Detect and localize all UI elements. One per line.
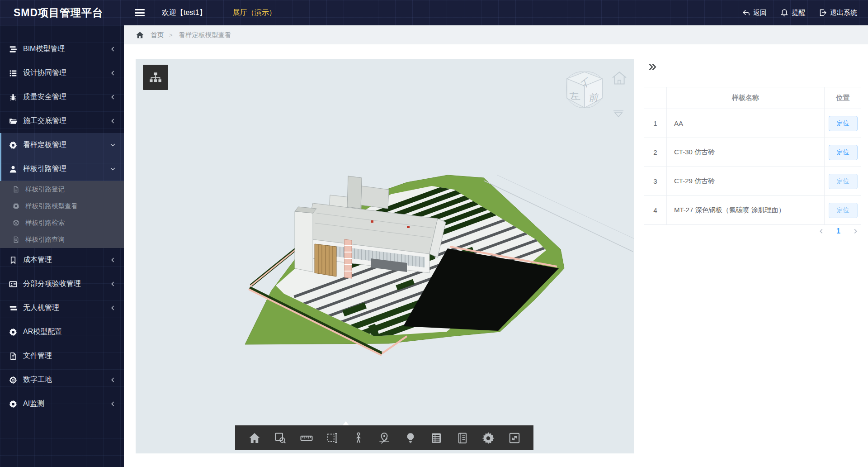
home-icon[interactable] <box>136 31 144 39</box>
home-view-icon[interactable] <box>610 69 628 87</box>
fullscreen-icon[interactable] <box>508 431 521 445</box>
model-tree-button[interactable] <box>143 65 168 90</box>
locate-button[interactable]: 定位 <box>829 174 858 189</box>
table-row: 4 MT-27 深色钢板（氟碳喷 涂肌理面） 定位 <box>644 196 861 225</box>
sample-name: MT-27 深色钢板（氟碳喷 涂肌理面） <box>667 196 825 224</box>
person-icon[interactable] <box>352 431 365 445</box>
sidebar-item-label: 数字工地 <box>23 375 110 385</box>
breadcrumb: 首页 > 看样定板模型查看 <box>124 25 868 44</box>
viewer-toolbar <box>235 425 533 450</box>
submenu-item-model-view[interactable]: 样板引路模型查看 <box>0 198 124 214</box>
breadcrumb-current: 看样定板模型查看 <box>179 31 231 39</box>
sitemap-icon <box>149 71 162 84</box>
sidebar-item-label: 质量安全管理 <box>23 92 110 102</box>
sidebar-item-label: 分部分项验收管理 <box>23 279 110 289</box>
logout-icon <box>819 9 827 17</box>
project-name[interactable]: 展厅（演示） <box>233 8 276 18</box>
sidebar-item-sample-guide[interactable]: 样板引路管理 <box>1 157 124 181</box>
app-title: SMD项目管理平台 <box>14 6 127 20</box>
ruler-icon[interactable] <box>300 431 313 445</box>
table-row: 2 CT-30 仿古砖 定位 <box>644 138 861 167</box>
home-icon[interactable] <box>248 431 261 445</box>
prev-page-icon[interactable] <box>818 228 825 234</box>
bars-icon <box>9 304 17 312</box>
table-icon[interactable] <box>429 431 443 445</box>
gear-icon[interactable] <box>481 431 495 445</box>
sidebar-item-label: 无人机管理 <box>23 303 110 313</box>
cube-collapse-icon[interactable] <box>611 109 626 119</box>
pagination: 1 <box>644 227 861 235</box>
sidebar-item-label: 样板引路管理 <box>23 164 110 174</box>
chevron-left-icon <box>110 46 116 52</box>
page-number[interactable]: 1 <box>836 227 840 235</box>
doc-search-icon <box>13 236 19 243</box>
user-icon <box>9 165 17 173</box>
idcard-icon <box>9 280 17 288</box>
row-index: 2 <box>644 138 667 167</box>
toolbar-expand-handle[interactable] <box>343 421 349 425</box>
chevron-left-icon <box>110 401 116 407</box>
sidebar-item-ar-config[interactable]: AR模型配置 <box>0 320 124 344</box>
layers-icon <box>9 45 17 53</box>
gear-outline-icon <box>13 219 19 226</box>
submenu-item-label: 样板引路检索 <box>25 219 65 227</box>
locate-button[interactable]: 定位 <box>829 145 858 160</box>
smd-platform-page: SMD项目管理平台 欢迎【test1】 展厅（演示） 返回 提醒 <box>0 0 868 467</box>
next-page-icon[interactable] <box>852 228 859 234</box>
sidebar-item-label: AR模型配置 <box>23 327 116 337</box>
sidebar-item-quality-safety[interactable]: 质量安全管理 <box>0 85 124 109</box>
hamburger-menu-icon[interactable] <box>135 9 145 16</box>
sidebar-item-sample-board[interactable]: 看样定板管理 <box>1 133 124 157</box>
back-button[interactable]: 返回 <box>741 9 767 17</box>
chevron-left-icon <box>110 377 116 383</box>
sidebar-item-ai-monitor[interactable]: AI监测 <box>0 392 124 416</box>
sidebar-item-drone[interactable]: 无人机管理 <box>0 296 124 320</box>
bell-icon <box>780 9 788 17</box>
location-icon[interactable] <box>377 431 391 445</box>
bookmark-icon <box>9 256 17 264</box>
list-icon <box>9 69 17 77</box>
sidebar-item-file-mgmt[interactable]: 文件管理 <box>0 344 124 368</box>
panel-collapse-icon[interactable] <box>648 62 657 71</box>
row-index: 3 <box>644 167 667 195</box>
file-icon <box>9 352 17 360</box>
breadcrumb-home[interactable]: 首页 <box>151 31 164 39</box>
sidebar-item-design-collab[interactable]: 设计协同管理 <box>0 61 124 85</box>
folder-icon <box>9 117 17 125</box>
row-index: 1 <box>644 109 667 138</box>
bulb-icon[interactable] <box>404 431 417 445</box>
sidebar-item-acceptance[interactable]: 分部分项验收管理 <box>0 272 124 296</box>
gear-icon <box>13 203 19 210</box>
submenu-item-register[interactable]: 样板引路登记 <box>0 181 124 198</box>
gear-icon <box>9 328 17 336</box>
view-cube[interactable]: 上 左 前 <box>551 62 618 130</box>
cube-face-front: 前 <box>588 92 599 103</box>
submenu-item-search[interactable]: 样板引路检索 <box>0 214 124 231</box>
sidebar-item-digital-site[interactable]: 数字工地 <box>0 368 124 392</box>
doc-lines-icon[interactable] <box>456 431 469 445</box>
sample-name: CT-30 仿古砖 <box>667 138 825 167</box>
sidebar-item-cost[interactable]: 成本管理 <box>0 248 124 272</box>
zoom-select-icon[interactable] <box>274 431 287 445</box>
position-column-header: 位置 <box>825 87 861 109</box>
sidebar-item-construction-disclosure[interactable]: 施工交底管理 <box>0 109 124 133</box>
locate-button[interactable]: 定位 <box>829 116 858 131</box>
submenu-item-label: 样板引路模型查看 <box>25 202 78 210</box>
back-label: 返回 <box>753 9 767 17</box>
sidebar-submenu: 样板引路登记 样板引路模型查看 样板引路检索 样板引路查询 <box>0 181 124 248</box>
notify-button[interactable]: 提醒 <box>780 9 805 17</box>
submenu-item-query[interactable]: 样板引路查询 <box>0 231 124 248</box>
chevron-down-icon <box>110 166 116 172</box>
bug-icon <box>9 93 17 101</box>
logout-button[interactable]: 退出系统 <box>819 9 857 17</box>
sample-name: AA <box>667 109 825 138</box>
sidebar-item-bim-model[interactable]: BIM模型管理 <box>0 37 124 61</box>
locate-button[interactable]: 定位 <box>829 203 858 218</box>
submenu-item-label: 样板引路登记 <box>25 185 65 194</box>
sample-panel: 样板名称 位置 1 AA 定位 2 CT-30 仿古砖 定位 3 CT-29 仿… <box>644 44 868 467</box>
sidebar-item-label: BIM模型管理 <box>23 44 110 54</box>
sidebar-item-label: 成本管理 <box>23 255 110 265</box>
model-viewer[interactable]: 上 左 前 <box>136 59 634 453</box>
sidebar-item-label: 施工交底管理 <box>23 116 110 126</box>
section-icon[interactable] <box>326 431 339 445</box>
